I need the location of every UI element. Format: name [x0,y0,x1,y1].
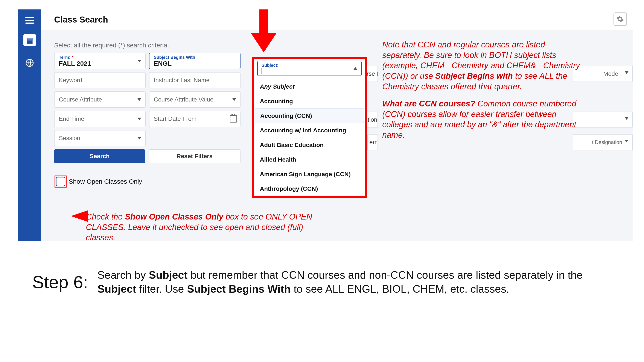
chevron-down-icon [625,140,628,142]
svg-marker-2 [71,210,88,222]
desc-a: Search by [98,269,149,281]
settings-button[interactable] [614,12,627,26]
start-date-input[interactable]: Start Date From [149,111,240,127]
subject-label: Subject: [262,63,357,68]
note2-part-a: What are CCN courses? [382,99,475,108]
mode-label: Mode [603,70,618,77]
truncated-em: em [367,134,378,150]
checknote-a: Check the [86,212,125,221]
sidebar-item-search[interactable]: ▤ [24,34,36,46]
em-fragment: em [369,139,378,146]
end-time-select[interactable]: End Time [54,111,146,127]
course-attr-val-placeholder: Course Attribute Value [154,96,236,103]
subject-dropdown-highlight: Subject: Any Subject Accounting Accounti… [252,57,367,198]
session-placeholder: Session [59,135,141,142]
annotation-arrow-right [71,210,88,222]
gear-icon [616,15,624,23]
designation-label: t Designation [592,139,622,145]
desc-e: filter. Use [136,283,187,295]
course-attr-placeholder: Course Attribute [59,96,141,103]
checknote-b: Show Open Classes Only [125,212,223,221]
desc-g: to see ALL ENGL, BIOL, CHEM, etc. classe… [291,283,509,295]
page-title: Class Search [54,15,108,24]
form-icon: ▤ [26,36,33,44]
desc-c: but remember that CCN courses and non-CC… [188,269,582,281]
subject-option-accounting-intl[interactable]: Accounting w/ Intl Accounting [254,123,365,138]
course-attribute-value-select[interactable]: Course Attribute Value [149,91,240,108]
desc-d: Subject [98,283,136,295]
subject-option-asl-ccn[interactable]: American Sign Language (CCN) [254,167,365,182]
term-select[interactable]: Term: * FALL 2021 [54,53,146,69]
chevron-down-icon [138,60,141,62]
start-date-placeholder: Start Date From [154,115,236,122]
form-instruction: Select all the required (*) search crite… [54,42,365,49]
keyword-placeholder: Keyword [59,77,141,84]
search-button-label: Search [90,153,110,160]
text-cursor [262,68,262,74]
menu-icon[interactable] [25,17,34,23]
step-row: Step 6: Search by Subject but remember t… [32,268,614,296]
instructor-input[interactable]: Instructor Last Name [149,72,240,88]
subject-select[interactable]: Subject: [257,61,362,76]
svg-marker-1 [251,9,276,52]
chevron-down-icon [625,117,628,120]
note1-part-b: Subject Begins with [435,71,513,80]
instructor-placeholder: Instructor Last Name [154,77,236,84]
sidebar: ▤ [18,9,41,241]
reset-button-label: Reset Filters [176,153,212,160]
required-star: * [72,55,74,60]
search-button[interactable]: Search [54,149,145,163]
keyword-input[interactable]: Keyword [54,72,146,88]
session-select[interactable]: Session [54,130,146,146]
subject-begins-value: ENGL [154,60,236,67]
step-label: Step 6: [32,272,88,292]
end-time-placeholder: End Time [59,115,141,122]
subject-begins-with-input[interactable]: Subject Begins With: ENGL [149,53,240,69]
subject-option-list: Any Subject Accounting Accounting (CCN) … [254,79,365,196]
annotation-open-classes-note: Check the Show Open Classes Only box to … [86,212,320,243]
chevron-down-icon [625,71,628,74]
chevron-down-icon [138,98,141,101]
show-open-classes-checkbox[interactable] [56,177,65,186]
chevron-down-icon [232,98,236,101]
chevron-up-icon [354,67,357,70]
tion-fragment: tion [368,116,377,123]
subject-begins-label: Subject Begins With: [154,55,236,60]
annotation-ccn-note: Note that CCN and regular courses are li… [382,39,584,140]
show-open-classes-label: Show Open Classes Only [69,178,142,185]
subject-option-allied-health[interactable]: Allied Health [254,152,365,167]
subject-option-abe[interactable]: Adult Basic Education [254,138,365,152]
subject-option-accounting[interactable]: Accounting [254,94,365,109]
term-value: FALL 2021 [59,60,141,67]
chevron-down-icon [138,118,141,120]
sidebar-item-globe[interactable] [24,57,36,69]
subject-option-anth-ccn[interactable]: Anthropology (CCN) [254,182,365,196]
subject-option-any[interactable]: Any Subject [254,79,365,94]
step-description: Search by Subject but remember that CCN … [98,268,614,296]
reset-button[interactable]: Reset Filters [148,149,240,163]
subject-option-accounting-ccn[interactable]: Accounting (CCN) [255,109,364,123]
globe-icon [25,58,34,67]
annotation-arrow-down [251,9,276,52]
desc-f: Subject Begins With [187,283,291,295]
chevron-down-icon [138,137,141,139]
calendar-icon [230,115,237,122]
term-label: Term: [59,55,72,60]
topbar: Class Search [41,9,633,30]
desc-b: Subject [149,269,188,281]
course-attribute-select[interactable]: Course Attribute [54,91,146,108]
